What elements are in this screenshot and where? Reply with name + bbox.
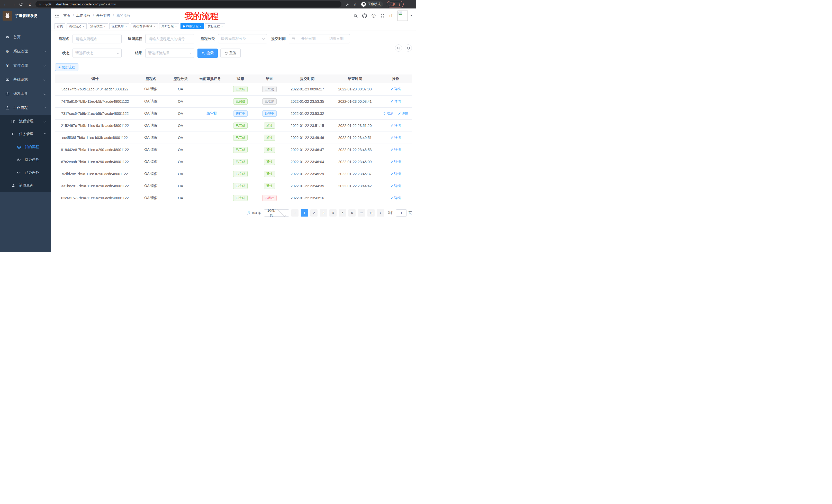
avatar-caret-icon[interactable]: ▼	[410, 15, 412, 17]
close-icon[interactable]: ×	[221, 25, 223, 28]
sidebar-fold-icon[interactable]	[54, 13, 59, 18]
result-badge: 通过	[264, 171, 275, 177]
filter-definition-label: 所属流程	[125, 36, 145, 41]
table-row: 819442e8-7b9a-11ec-a290-acde48001122 OA …	[55, 144, 412, 156]
tab-process-form-edit[interactable]: 流程表单-编辑×	[131, 23, 158, 29]
header-search-icon[interactable]	[354, 13, 358, 18]
page-ellipsis[interactable]: •••	[358, 209, 365, 217]
sidebar-item-system[interactable]: ⚙ 系统管理	[0, 44, 51, 58]
reset-button[interactable]: 重置	[220, 49, 241, 58]
robot-face-icon	[17, 145, 21, 149]
tab-process-form[interactable]: 流程表单×	[109, 23, 129, 29]
font-size-icon[interactable]	[389, 13, 393, 18]
detail-link[interactable]: 详情	[391, 147, 401, 152]
breadcrumb-task-mgmt[interactable]: 任务管理	[96, 13, 110, 18]
password-key-icon[interactable]	[345, 2, 350, 6]
category-select[interactable]: 请选择流程分类	[218, 34, 267, 44]
page-button-1[interactable]: 1	[301, 209, 308, 217]
detail-link[interactable]: 详情	[391, 135, 401, 140]
address-bar[interactable]: ⚠ 不安全 dashboard.yudao.iocoder.cn/bpm/tas…	[35, 1, 341, 7]
search-button[interactable]: 搜索	[198, 49, 218, 58]
avatar[interactable]	[397, 10, 408, 21]
chevron-down-icon	[262, 37, 265, 40]
detail-link[interactable]: 详情	[391, 172, 401, 176]
page-button-6[interactable]: 6	[348, 209, 356, 217]
detail-link[interactable]: 详情	[391, 99, 401, 104]
chevron-up-icon	[44, 133, 46, 135]
detail-link[interactable]: 详情	[391, 87, 401, 91]
browser-forward-icon[interactable]: →	[11, 2, 17, 7]
page-button-4[interactable]: 4	[329, 209, 337, 217]
close-icon[interactable]: ×	[154, 25, 156, 28]
process-name-input[interactable]	[73, 34, 122, 44]
sidebar-item-leave-query[interactable]: 请假查询	[0, 179, 51, 192]
active-dot	[183, 25, 185, 27]
jump-page-input[interactable]	[396, 209, 407, 217]
omnibox-divider	[54, 3, 54, 6]
table-row: 7317cec6-7b9b-11ec-b5b7-acde48001122 OA …	[55, 107, 412, 119]
breadcrumb-workflow[interactable]: 工作流程	[76, 13, 90, 18]
sidebar-item-todo-tasks[interactable]: 待办任务	[0, 153, 51, 166]
sidebar-item-home[interactable]: 首页	[0, 30, 51, 44]
close-icon[interactable]: ×	[125, 25, 127, 28]
status-badge: 已完成	[233, 135, 248, 141]
sidebar-item-infrastructure[interactable]: 基础设施	[0, 73, 51, 87]
tab-my-process[interactable]: 我的流程×	[181, 23, 204, 29]
detail-link[interactable]: 详情	[391, 184, 401, 188]
app-logo-row[interactable]: 芋道管理系统	[0, 8, 51, 23]
start-process-button[interactable]: + 发起流程	[55, 63, 78, 71]
github-icon[interactable]	[362, 13, 367, 18]
sidebar-item-process-mgmt[interactable]: 流程管理	[0, 115, 51, 128]
detail-link[interactable]: 详情	[391, 123, 401, 128]
breadcrumb-home[interactable]: 首页	[63, 13, 71, 18]
detail-link[interactable]: 详情	[398, 111, 408, 116]
page-button-2[interactable]: 2	[310, 209, 317, 217]
browser-update-button[interactable]: 更新 ⋮	[387, 1, 404, 7]
prev-page-button[interactable]: ‹	[291, 209, 298, 217]
sidebar-item-done-tasks[interactable]: 已办任务	[0, 166, 51, 179]
process-definition-input[interactable]	[145, 34, 194, 44]
tab-process-definition[interactable]: 流程定义×	[67, 23, 87, 29]
refresh-button[interactable]	[405, 45, 412, 52]
close-icon[interactable]: ×	[175, 25, 177, 28]
page-size-select[interactable]: 10条/页	[264, 209, 289, 217]
submit-time-range-picker[interactable]: 开始日期 - 结束日期	[289, 34, 350, 44]
tab-process-model[interactable]: 流程模型×	[88, 23, 108, 29]
browser-menu-icon[interactable]: ⋮	[398, 2, 401, 6]
result-badge: 通过	[264, 122, 275, 129]
detail-link[interactable]: 详情	[391, 196, 401, 200]
tab-user-group[interactable]: 用户分组×	[159, 23, 179, 29]
toggle-search-button[interactable]	[395, 45, 402, 52]
bookmark-star-icon[interactable]: ☆	[353, 2, 357, 7]
next-page-button[interactable]: ›	[377, 209, 384, 217]
result-badge: 通过	[264, 135, 275, 141]
page-url[interactable]: dashboard.yudao.iocoder.cn/bpm/task/my	[56, 3, 116, 6]
approval-task-link[interactable]: 一级审批	[203, 111, 217, 115]
browser-home-icon[interactable]: ⌂	[27, 2, 33, 7]
result-select[interactable]: 请选择流结果	[145, 49, 194, 58]
page-button-3[interactable]: 3	[320, 209, 327, 217]
page-button-11[interactable]: 11	[367, 209, 374, 217]
close-icon[interactable]: ×	[104, 25, 106, 28]
security-indicator[interactable]: ⚠ 不安全	[38, 2, 52, 6]
start-date-placeholder: 开始日期	[298, 36, 319, 41]
tab-home[interactable]: 首页	[54, 23, 65, 29]
sidebar-item-workflow[interactable]: 工作流程	[0, 101, 51, 115]
browser-back-icon[interactable]: ←	[3, 2, 8, 7]
sidebar-item-task-mgmt[interactable]: 任务管理	[0, 128, 51, 141]
tab-start-process[interactable]: 发起流程×	[205, 23, 225, 29]
cancel-link[interactable]: 取消	[383, 111, 393, 116]
sidebar-item-my-process[interactable]: 我的流程	[0, 141, 51, 153]
close-icon[interactable]: ×	[200, 25, 202, 28]
page-button-5[interactable]: 5	[339, 209, 346, 217]
sidebar-item-payment[interactable]: ¥ 支付管理	[0, 58, 51, 73]
page-content: 流程名 所属流程 流程分类 请选择流程分类 提交时间	[51, 30, 416, 252]
sidebar-item-devtools[interactable]: 研发工具	[0, 87, 51, 101]
status-select[interactable]: 请选择状态	[73, 49, 122, 58]
close-icon[interactable]: ×	[82, 25, 84, 28]
fullscreen-icon[interactable]	[380, 13, 385, 18]
help-icon[interactable]: ?	[371, 13, 376, 18]
browser-reload-icon[interactable]	[19, 2, 25, 6]
incognito-icon	[361, 2, 366, 7]
detail-link[interactable]: 详情	[391, 160, 401, 164]
